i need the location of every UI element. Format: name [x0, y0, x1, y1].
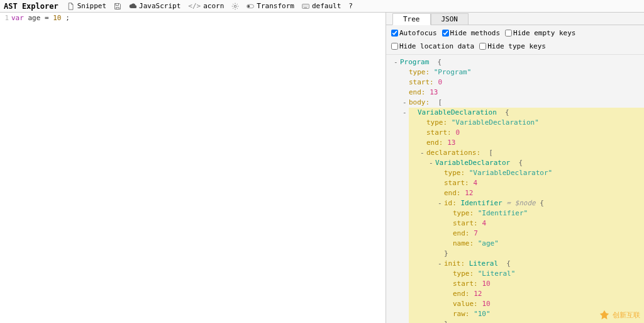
toggle-icon[interactable]: - [429, 158, 433, 168]
token-identifier: age [28, 14, 41, 22]
token-keyword: var [11, 14, 24, 22]
save-button[interactable] [111, 3, 124, 10]
opt-hide-methods[interactable]: Hide methods [442, 29, 500, 37]
code-line: 1 var age = 10 ; [0, 14, 386, 22]
token-eq: = [45, 14, 53, 22]
help-icon: ? [348, 2, 353, 10]
app-title: AST Explorer [4, 2, 58, 11]
file-icon [67, 3, 75, 10]
toggle-icon[interactable]: - [420, 148, 425, 158]
toggle-icon[interactable]: - [394, 57, 398, 67]
svg-point-0 [235, 5, 236, 7]
toggle-icon [247, 3, 254, 10]
language-label: JavaScript [139, 2, 180, 10]
snippet-menu[interactable]: Snippet [65, 2, 109, 10]
main-split: 1 var age = 10 ; Tree JSON Autofocus Hid… [0, 13, 644, 323]
node-identifier[interactable]: Identifier [461, 199, 502, 207]
top-toolbar: AST Explorer Snippet JavaScript </> acor… [0, 0, 644, 13]
output-panel: Tree JSON Autofocus Hide methods Hide em… [386, 13, 644, 323]
help-button[interactable]: ? [346, 2, 355, 10]
line-number: 1 [0, 14, 11, 22]
code-editor[interactable]: 1 var age = 10 ; [0, 13, 386, 323]
toggle-icon[interactable]: - [402, 98, 407, 108]
tab-tree[interactable]: Tree [392, 13, 431, 25]
opt-hide-type[interactable]: Hide type keys [479, 42, 546, 50]
gear-icon [231, 3, 239, 10]
chk-hide-methods[interactable] [442, 30, 449, 37]
output-tabs: Tree JSON [386, 13, 644, 25]
toggle-icon[interactable]: - [402, 108, 407, 118]
parser-menu[interactable]: </> acorn [186, 2, 226, 10]
save-icon [114, 3, 121, 10]
language-menu[interactable]: JavaScript [126, 2, 183, 10]
tab-json[interactable]: JSON [431, 13, 469, 25]
chk-hide-location[interactable] [391, 43, 398, 50]
transform-label: Transform [257, 2, 294, 10]
opt-hide-location[interactable]: Hide location data [391, 42, 474, 50]
node-vardeclarator[interactable]: VariableDeclarator [435, 159, 510, 167]
code-content: var age = 10 ; [11, 14, 70, 22]
cloud-icon [129, 3, 136, 10]
parser-settings-button[interactable] [229, 3, 242, 10]
chk-hide-type[interactable] [479, 43, 486, 50]
node-program[interactable]: Program [400, 58, 429, 66]
token-semi: ; [65, 14, 70, 22]
chk-autofocus[interactable] [391, 30, 398, 37]
code-icon: </> [188, 2, 201, 10]
svg-point-2 [248, 5, 250, 8]
toggle-icon[interactable]: - [438, 259, 442, 269]
token-number: 10 [53, 14, 61, 22]
keyboard-icon [302, 3, 309, 10]
node-literal[interactable]: Literal [469, 259, 498, 268]
tree-options: Autofocus Hide methods Hide empty keys H… [386, 25, 644, 55]
node-vardecl[interactable]: VariableDeclaration [418, 108, 497, 116]
snippet-label: Snippet [77, 2, 106, 10]
opt-autofocus[interactable]: Autofocus [391, 29, 437, 37]
transform-menu[interactable]: Transform [244, 2, 297, 10]
keymap-label: default [312, 2, 341, 10]
parser-label: acorn [203, 2, 224, 10]
chk-hide-empty[interactable] [505, 30, 512, 37]
keymap-menu[interactable]: default [299, 2, 343, 10]
opt-hide-empty[interactable]: Hide empty keys [505, 29, 575, 37]
toggle-icon[interactable]: - [438, 198, 442, 208]
ast-tree[interactable]: - Program { type: "Program" start: 0 end… [386, 55, 644, 323]
